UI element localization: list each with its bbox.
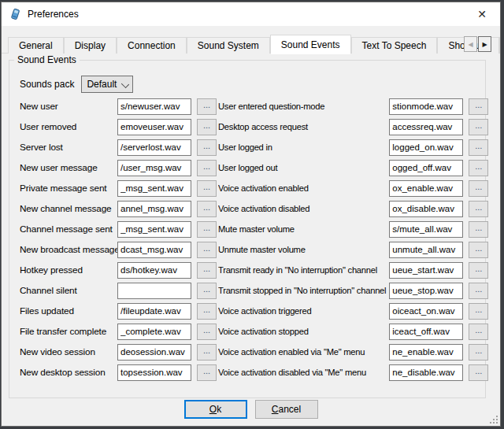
tab-general[interactable]: General [8, 37, 64, 54]
sound-event-label: Server lost [20, 142, 117, 153]
sound-file-input[interactable] [117, 364, 191, 381]
browse-button[interactable]: ... [197, 160, 217, 176]
sounds-pack-row: Sounds pack Default [20, 76, 133, 93]
ellipsis-icon: ... [203, 182, 210, 191]
ok-button[interactable]: Ok [184, 400, 247, 419]
sound-file-input[interactable] [389, 283, 463, 299]
browse-button[interactable]: ... [197, 221, 217, 238]
tab-bar: General Display Connection Sound System … [8, 35, 500, 54]
browse-button[interactable]: ... [469, 324, 488, 340]
browse-button[interactable]: ... [197, 283, 217, 299]
sound-event-row: User logged in ... [218, 137, 488, 157]
sound-file-input[interactable] [389, 119, 463, 135]
browse-button[interactable]: ... [197, 242, 217, 258]
browse-button[interactable]: ... [197, 98, 217, 115]
browse-button[interactable]: ... [469, 201, 488, 217]
sound-event-label: User logged in [218, 142, 389, 152]
sound-file-input[interactable] [389, 344, 463, 361]
cancel-button[interactable]: Cancel [255, 400, 318, 419]
close-button[interactable]: ✕ [469, 5, 495, 24]
sound-file-input[interactable] [389, 303, 463, 320]
chevron-down-icon [121, 80, 129, 88]
browse-button[interactable]: ... [469, 160, 488, 176]
titlebar[interactable]: Preferences ✕ [2, 2, 500, 26]
sound-file-input[interactable] [389, 160, 463, 176]
sound-file-input[interactable] [117, 201, 191, 217]
tab-scroll-right-button[interactable]: ▶ [478, 36, 491, 52]
sound-file-input[interactable] [389, 221, 463, 238]
browse-button[interactable]: ... [469, 344, 488, 361]
tab-sound-system[interactable]: Sound System [187, 37, 270, 54]
ellipsis-icon: ... [203, 264, 210, 273]
sound-event-label: Transmit ready in "No interruption" chan… [218, 265, 389, 275]
browse-button[interactable]: ... [197, 180, 217, 197]
browse-button[interactable]: ... [469, 364, 488, 381]
sound-file-input[interactable] [117, 139, 191, 156]
app-icon [9, 8, 21, 20]
resize-grip[interactable] [488, 414, 498, 424]
sound-file-input[interactable] [389, 180, 463, 197]
sound-file-input[interactable] [389, 364, 463, 381]
sound-event-row: Server lost ... [20, 137, 217, 157]
sound-event-row: Desktop access request ... [218, 116, 488, 137]
browse-button[interactable]: ... [197, 201, 217, 217]
tab-scroll-left-button[interactable]: ◀ [464, 36, 477, 52]
ellipsis-icon: ... [475, 223, 482, 232]
sound-file-input[interactable] [117, 344, 191, 361]
browse-button[interactable]: ... [469, 119, 488, 135]
browse-button[interactable]: ... [197, 119, 217, 135]
sound-event-label: Voice activation enabled via "Me" menu [218, 347, 389, 357]
ellipsis-icon: ... [203, 141, 210, 150]
sound-file-input[interactable] [117, 262, 191, 279]
browse-button[interactable]: ... [197, 139, 217, 156]
tab-video[interactable]: Video [499, 37, 500, 54]
browse-button[interactable]: ... [469, 139, 488, 156]
browse-button[interactable]: ... [469, 221, 488, 238]
tab-text-to-speech[interactable]: Text To Speech [351, 37, 438, 54]
sound-file-input[interactable] [389, 242, 463, 258]
ellipsis-icon: ... [475, 202, 482, 212]
sound-events-groupbox: Sound Events Sounds pack Default New use… [9, 60, 486, 398]
sound-event-row: Voice activation enabled ... [218, 178, 488, 198]
browse-button[interactable]: ... [469, 303, 488, 320]
sound-file-input[interactable] [117, 283, 191, 299]
tab-sound-events[interactable]: Sound Events [270, 35, 351, 54]
close-icon: ✕ [477, 8, 487, 20]
sound-file-input[interactable] [117, 119, 191, 135]
browse-button[interactable]: ... [469, 180, 488, 197]
sound-file-input[interactable] [389, 324, 463, 340]
sound-file-input[interactable] [117, 221, 191, 238]
browse-button[interactable]: ... [469, 98, 488, 115]
browse-button[interactable]: ... [197, 262, 217, 279]
sound-file-input[interactable] [389, 262, 463, 279]
sound-event-label: New desktop session [20, 367, 117, 378]
sound-event-row: Private message sent ... [20, 178, 217, 198]
sound-file-input[interactable] [117, 324, 191, 340]
browse-button[interactable]: ... [197, 344, 217, 361]
browse-button[interactable]: ... [197, 324, 217, 340]
browse-button[interactable]: ... [469, 283, 488, 299]
tab-connection[interactable]: Connection [117, 37, 187, 54]
sound-event-label: Files updated [20, 305, 117, 316]
sound-file-input[interactable] [117, 180, 191, 197]
tab-display[interactable]: Display [64, 37, 117, 54]
browse-button[interactable]: ... [197, 364, 217, 381]
sound-file-input[interactable] [117, 98, 191, 115]
browse-button[interactable]: ... [469, 262, 488, 279]
sound-file-input[interactable] [389, 201, 463, 217]
sound-event-row: File transfer complete ... [20, 321, 217, 342]
right-column: User entered question-mode ... Desktop a… [218, 96, 488, 383]
arrow-left-icon: ◀ [468, 41, 472, 48]
sound-file-input[interactable] [117, 303, 191, 320]
sound-file-input[interactable] [117, 160, 191, 176]
sound-file-input[interactable] [117, 242, 191, 258]
sound-file-input[interactable] [389, 139, 463, 156]
sound-event-label: New channel message [20, 203, 117, 214]
ellipsis-icon: ... [475, 284, 482, 294]
sound-file-input[interactable] [389, 98, 463, 115]
browse-button[interactable]: ... [197, 303, 217, 320]
sound-event-row: Voice activation disabled via "Me" menu … [218, 362, 488, 383]
browse-button[interactable]: ... [469, 242, 488, 258]
sounds-pack-select[interactable]: Default [81, 76, 133, 93]
ellipsis-icon: ... [475, 141, 482, 150]
